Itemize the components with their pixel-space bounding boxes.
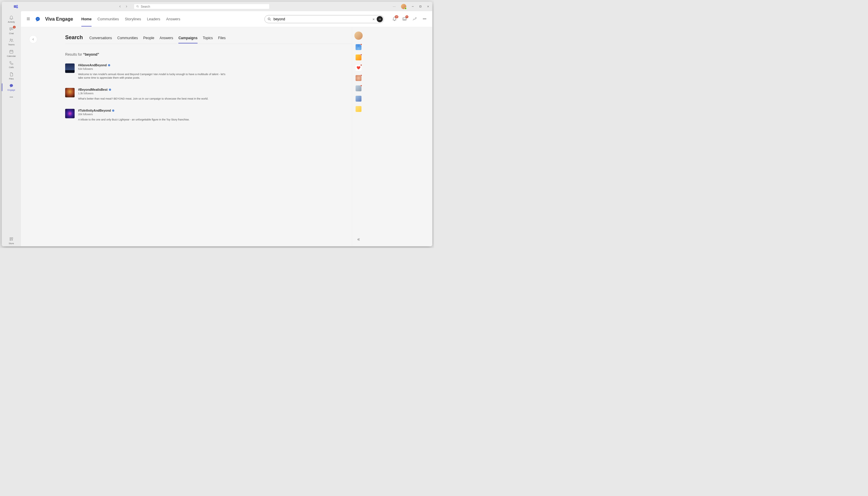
content-area: Viva Engage Home Communities Storylines …: [21, 11, 432, 246]
collapse-rail-button[interactable]: [357, 238, 360, 242]
right-rail-app[interactable]: [356, 86, 361, 91]
rail-label: Teams: [8, 43, 14, 46]
right-rail-app[interactable]: ❤️: [356, 65, 361, 71]
nav-tab-storylines[interactable]: Storylines: [125, 12, 141, 27]
campaign-result[interactable]: #AboveAndBeyond 534 followers Welcome to…: [65, 64, 352, 80]
close-icon[interactable]: [427, 5, 429, 7]
store-icon: [9, 237, 14, 242]
notifications-badge: 12: [395, 15, 398, 18]
campaign-result[interactable]: #ToInfinityAndBeyond 20k followers A tri…: [65, 109, 352, 121]
analytics-icon: [412, 16, 417, 21]
search-submit-button[interactable]: [377, 16, 383, 22]
search-icon: [136, 5, 139, 8]
search-tab-conversations[interactable]: Conversations: [89, 36, 112, 40]
svg-point-1: [16, 5, 18, 6]
notification-dot-icon: [360, 64, 362, 66]
search-tab-files[interactable]: Files: [218, 36, 226, 40]
svg-point-27: [268, 18, 270, 20]
nav-tab-communities[interactable]: Communities: [98, 12, 119, 27]
svg-line-28: [270, 20, 271, 21]
right-rail-app[interactable]: [356, 75, 361, 81]
file-icon: [9, 72, 14, 77]
teams-logo-icon: T: [14, 4, 18, 9]
more-icon: [9, 95, 14, 99]
rail-calls[interactable]: Calls: [2, 59, 21, 71]
hamburger-menu[interactable]: [26, 17, 30, 21]
rail-teams[interactable]: Teams: [2, 36, 21, 48]
rail-chat[interactable]: 1 Chat: [2, 25, 21, 36]
result-list: #AboveAndBeyond 534 followers Welcome to…: [65, 64, 352, 121]
more-button[interactable]: [422, 16, 427, 22]
app-nav-tabs: Home Communities Storylines Leaders Answ…: [81, 12, 180, 27]
right-rail-app[interactable]: [356, 96, 361, 102]
search-tab-people[interactable]: People: [143, 36, 154, 40]
back-button[interactable]: [29, 35, 37, 43]
notifications-button[interactable]: 12: [392, 16, 397, 22]
viva-engage-logo-icon: [35, 16, 40, 22]
svg-rect-21: [10, 238, 11, 239]
right-rail-app[interactable]: [356, 44, 361, 50]
app-window: T ⋯ Activity: [2, 2, 432, 246]
engage-search-input[interactable]: [274, 17, 373, 21]
nav-back-icon[interactable]: [119, 5, 121, 8]
bell-icon: [9, 15, 14, 20]
rail-label: Engage: [8, 89, 15, 91]
nav-forward-icon[interactable]: [125, 5, 128, 8]
nav-tab-answers[interactable]: Answers: [166, 12, 180, 27]
rail-store[interactable]: Store: [2, 235, 21, 247]
teams-icon: [9, 38, 14, 43]
minimize-icon[interactable]: [411, 5, 414, 7]
nav-tab-leaders[interactable]: Leaders: [147, 12, 160, 27]
rail-activity[interactable]: Activity: [2, 14, 21, 25]
right-rail-app[interactable]: [356, 55, 361, 60]
inbox-button[interactable]: 5: [402, 16, 407, 22]
verified-icon: [112, 109, 115, 112]
app-header: Viva Engage Home Communities Storylines …: [21, 11, 432, 27]
chevron-double-left-icon: [357, 238, 360, 241]
campaign-description: Welcome to Van Arsdel's annual Above and…: [78, 73, 226, 80]
global-search-input[interactable]: [141, 5, 267, 8]
campaign-result[interactable]: #BeyondMeatIsBest 1.3k followers What's …: [65, 88, 352, 101]
analytics-button[interactable]: [412, 16, 417, 22]
rail-calendar[interactable]: Calendar: [2, 48, 21, 59]
engage-search[interactable]: ✕: [265, 15, 384, 23]
app-title: Viva Engage: [45, 16, 73, 22]
right-rail-avatar[interactable]: [355, 32, 363, 40]
campaign-title: #BeyondMeatIsBest: [78, 88, 108, 92]
search-tab-communities[interactable]: Communities: [117, 36, 138, 40]
engage-icon: [9, 83, 14, 88]
global-search[interactable]: [134, 4, 269, 9]
search-tab-campaigns[interactable]: Campaigns: [178, 36, 197, 40]
titlebar: T ⋯: [2, 2, 432, 11]
search-tab-topics[interactable]: Topics: [203, 36, 213, 40]
rail-more[interactable]: [2, 93, 21, 101]
rail-label: Files: [9, 77, 14, 80]
svg-rect-14: [10, 50, 13, 53]
campaign-title: #ToInfinityAndBeyond: [78, 109, 111, 112]
rail-files[interactable]: Files: [2, 71, 21, 82]
campaign-description: A tribute to the one and only Buzz Light…: [78, 118, 226, 121]
maximize-icon[interactable]: [419, 5, 422, 7]
rail-engage[interactable]: Engage: [2, 81, 21, 93]
page-body: Search Conversations Communities People …: [21, 27, 432, 246]
campaign-title: #AboveAndBeyond: [78, 64, 107, 67]
svg-point-20: [12, 97, 13, 97]
right-rail-app[interactable]: [356, 106, 361, 112]
search-tabs: Search Conversations Communities People …: [65, 34, 352, 44]
user-avatar[interactable]: [401, 4, 406, 9]
right-rail: ❤️: [352, 27, 365, 246]
clear-search-icon[interactable]: ✕: [372, 17, 375, 21]
nav-tab-home[interactable]: Home: [81, 12, 92, 27]
chevron-left-icon: [32, 38, 34, 41]
notification-dot-icon: [360, 54, 362, 56]
campaign-thumbnail: [65, 88, 75, 97]
svg-rect-2: [16, 6, 18, 8]
more-options-icon[interactable]: ⋯: [393, 5, 396, 8]
svg-point-31: [424, 18, 425, 19]
rail-label: Calendar: [7, 55, 16, 58]
left-rail: Activity 1 Chat Teams Calendar Calls: [2, 11, 21, 246]
svg-point-18: [10, 97, 11, 97]
rail-badge: 1: [13, 26, 16, 29]
rail-label: Calls: [9, 66, 14, 68]
search-tab-answers[interactable]: Answers: [160, 36, 173, 40]
